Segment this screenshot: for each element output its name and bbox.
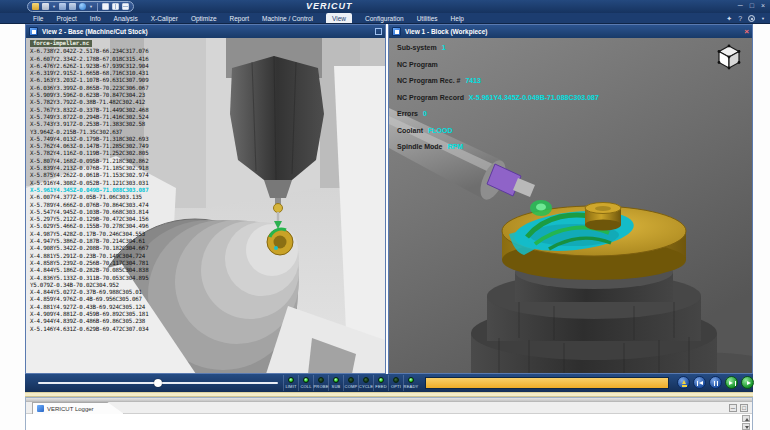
- gcode-line[interactable]: X-4.987Y5.428Z-0.17B-70.246C304.553: [30, 231, 148, 238]
- gcode-line[interactable]: X-6.007Y4.377Z-0.05B-71.06C303.135: [30, 194, 148, 201]
- gcode-line[interactable]: X-6.036Y3.399Z-0.865B-70.223C306.067: [30, 85, 148, 92]
- gcode-line[interactable]: X-6.163Y3.203Z-1.107B-69.631C307.909: [30, 77, 148, 84]
- undock-icon[interactable]: [375, 28, 382, 35]
- gcode-line[interactable]: X-4.859Y4.976Z-0.4B-69.956C305.067: [30, 296, 148, 303]
- open-folder-icon[interactable]: [32, 3, 39, 10]
- play-button[interactable]: [741, 376, 754, 389]
- machine-3d-scene[interactable]: force-impeller.nc X-6.738Y2.042Z-2.517B-…: [26, 38, 385, 373]
- logger-tab-row: VERICUT Logger ─ □: [26, 402, 752, 414]
- menu-item[interactable]: View: [326, 13, 352, 23]
- step-button[interactable]: [725, 376, 738, 389]
- gcode-line[interactable]: X-5.875Y4.262Z-0.061B-71.153C302.974: [30, 172, 148, 179]
- measure-icon[interactable]: [69, 3, 76, 10]
- save-icon[interactable]: [42, 3, 49, 10]
- gcode-line[interactable]: X-5.916Y4.308Z-0.052B-71.121C303.031: [30, 180, 148, 187]
- menu-item[interactable]: Utilities: [417, 15, 438, 22]
- to-start-button[interactable]: [693, 376, 706, 389]
- menu-item[interactable]: Machine / Control: [262, 15, 313, 22]
- pause-button[interactable]: [709, 376, 722, 389]
- gcode-line[interactable]: X-4.836Y5.133Z-0.311B-70.053C304.895: [30, 275, 148, 282]
- viewport-left-titlebar[interactable]: View 2 - Base (Machine/Cut Stock): [26, 25, 385, 38]
- menu-bar: File Project Info Analysis X-Caliper Opt…: [0, 13, 770, 24]
- orientation-cube-icon[interactable]: [716, 44, 742, 74]
- menu-item[interactable]: Info: [90, 15, 101, 22]
- gcode-line[interactable]: X-5.749Y4.013Z-0.179B-71.318C302.693: [30, 136, 148, 143]
- gcode-line[interactable]: X-4.844Y5.027Z-0.37B-69.988C305.01: [30, 289, 148, 296]
- led-indicator: FEED: [373, 375, 388, 391]
- gcode-line[interactable]: X-6.738Y2.042Z-2.517B-66.234C317.076: [30, 48, 148, 55]
- viewport-right-titlebar[interactable]: View 1 - Block (Workpiece) ×: [389, 25, 752, 38]
- gcode-line[interactable]: X-6.607Y2.334Z-2.178B-67.018C315.416: [30, 56, 148, 63]
- caret-down-icon[interactable]: ▼: [52, 5, 56, 9]
- layout-single-icon[interactable]: [102, 3, 109, 10]
- gcode-line[interactable]: X-5.547Y4.945Z-0.103B-70.668C303.814: [30, 209, 148, 216]
- menu-item[interactable]: X-Caliper: [151, 15, 178, 22]
- gcode-line[interactable]: X-4.947Y5.386Z-0.187B-70.214C304.61: [30, 238, 148, 245]
- gcode-line[interactable]: X-5.767Y3.832Z-0.337B-71.449C302.468: [30, 107, 148, 114]
- playback-buttons: [677, 376, 754, 389]
- settings-icon[interactable]: [748, 15, 755, 22]
- status-row: Sub-system 1: [397, 44, 599, 51]
- layout-split-icon[interactable]: [112, 3, 119, 10]
- menu-item[interactable]: Optimize: [191, 15, 217, 22]
- menu-item[interactable]: Help: [451, 15, 464, 22]
- gcode-line[interactable]: X-5.839Y4.213Z-0.076B-71.185C302.918: [30, 165, 148, 172]
- close-view-icon[interactable]: ×: [744, 28, 749, 36]
- gcode-line[interactable]: X-5.909Y3.596Z-0.623B-70.847C304.23: [30, 92, 148, 99]
- menu-item[interactable]: Project: [56, 15, 76, 22]
- close-button[interactable]: ×: [761, 1, 765, 11]
- layout-columns-icon[interactable]: [122, 3, 129, 10]
- gcode-line[interactable]: Y5.079Z-0.34B-70.02C304.952: [30, 282, 148, 289]
- maximize-button[interactable]: □: [750, 1, 754, 11]
- logger-tab[interactable]: VERICUT Logger: [32, 402, 124, 414]
- status-row: NC Program Rec. # 7413: [397, 77, 599, 84]
- reset-button[interactable]: [677, 376, 690, 389]
- gcode-line[interactable]: X-5.743Y3.917Z-0.253B-71.383C302.58: [30, 121, 148, 128]
- gcode-line[interactable]: X-6.476Y2.626Z-1.923B-67.939C312.904: [30, 63, 148, 70]
- logger-float-icon[interactable]: □: [740, 404, 748, 412]
- scroll-up-icon[interactable]: [742, 415, 750, 422]
- help-icon[interactable]: ?: [738, 14, 742, 23]
- gcode-line[interactable]: X-5.782Y3.792Z-0.38B-71.482C302.412: [30, 99, 148, 106]
- caret-down-icon[interactable]: ▼: [761, 17, 765, 21]
- gcode-line[interactable]: X-5.961Y4.345Z-0.049B-71.088C303.087: [30, 187, 148, 194]
- gcode-line[interactable]: X-4.858Y5.239Z-0.256B-70.117C304.781: [30, 260, 148, 267]
- select-pointer-icon[interactable]: ✦: [726, 14, 732, 23]
- gcode-line[interactable]: X-4.881Y5.291Z-0.23B-70.149C304.724: [30, 253, 148, 260]
- view-window-icon: [29, 27, 38, 36]
- gcode-line[interactable]: Y3.964Z-0.215B-71.35C302.637: [30, 129, 148, 136]
- gcode-line[interactable]: X-4.881Y4.927Z-0.43B-69.924C305.124: [30, 304, 148, 311]
- gcode-line[interactable]: X-6.319Y2.915Z-1.665B-68.716C310.431: [30, 70, 148, 77]
- gcode-line[interactable]: X-5.749Y3.872Z-0.294B-71.416C302.524: [30, 114, 148, 121]
- workpiece-3d-scene[interactable]: Sub-system 1 NC Program NC Program Rec. …: [389, 38, 752, 373]
- timeline-slider-knob[interactable]: [154, 379, 162, 387]
- gcode-line[interactable]: X-4.909Y4.881Z-0.459B-69.892C305.181: [30, 311, 148, 318]
- gcode-line[interactable]: X-5.782Y4.116Z-0.119B-71.252C302.805: [30, 150, 148, 157]
- scroll-down-icon[interactable]: [742, 423, 750, 430]
- gcode-line[interactable]: X-4.908Y5.342Z-0.208B-70.182C304.667: [30, 245, 148, 252]
- menu-item[interactable]: Analysis: [114, 15, 138, 22]
- gcode-listing[interactable]: force-impeller.nc X-6.738Y2.042Z-2.517B-…: [30, 40, 148, 333]
- logger-minimize-icon[interactable]: ─: [729, 404, 737, 412]
- gcode-line[interactable]: X-5.297Y5.212Z-0.129B-70.472C304.156: [30, 216, 148, 223]
- timeline-slider-track[interactable]: [38, 382, 278, 384]
- status-value: X-5.961Y4.345Z-0.049B-71.088C303.087: [469, 94, 599, 101]
- gcode-line[interactable]: X-4.944Y4.839Z-0.486B-69.86C305.238: [30, 318, 148, 325]
- menu-right-icons: ✦ ? ▼: [726, 14, 765, 23]
- led-dot-icon: [363, 377, 369, 383]
- gcode-line[interactable]: X-4.844Y5.186Z-0.282B-70.085C304.838: [30, 267, 148, 274]
- menu-item[interactable]: Report: [230, 15, 250, 22]
- menu-item[interactable]: File: [33, 15, 43, 22]
- info-icon[interactable]: [79, 3, 86, 10]
- gcode-line[interactable]: X-5.807Y4.168Z-0.095B-71.218C302.862: [30, 158, 148, 165]
- minimize-button[interactable]: ─: [738, 1, 743, 11]
- status-label: NC Program: [397, 61, 438, 68]
- model-tree-icon[interactable]: [59, 3, 66, 10]
- gcode-line[interactable]: X-5.146Y4.631Z-0.629B-69.472C307.034: [30, 326, 148, 333]
- gcode-line[interactable]: X-5.029Y5.466Z-0.155B-70.278C304.496: [30, 223, 148, 230]
- gcode-line[interactable]: X-5.789Y4.666Z-0.076B-70.864C303.474: [30, 202, 148, 209]
- logger-content[interactable]: [26, 414, 752, 430]
- gcode-line[interactable]: X-5.762Y4.063Z-0.147B-71.285C302.749: [30, 143, 148, 150]
- menu-item[interactable]: Configuration: [365, 15, 404, 22]
- caret-down-icon[interactable]: ▼: [89, 5, 93, 9]
